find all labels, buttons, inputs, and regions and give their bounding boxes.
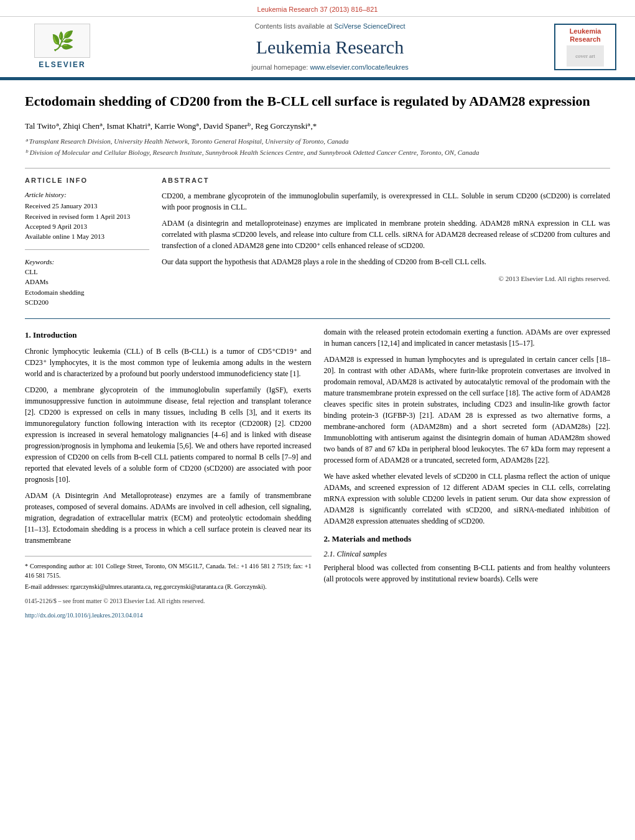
top-bar: Leukemia Research 37 (2013) 816–821: [0, 0, 635, 17]
history-received: Received 25 January 2013: [25, 201, 149, 211]
journal-logo-title: LeukemiaResearch: [570, 27, 601, 44]
author-list: Tal Twitoᵃ, Zhiqi Chenᵃ, Ismat Khatriᵃ, …: [25, 121, 317, 131]
elsevier-logo-box: 🌿: [34, 24, 90, 58]
body-right-para-1: domain with the released protein ectodom…: [324, 326, 611, 349]
homepage-link[interactable]: www.elsevier.com/locate/leukres: [310, 63, 408, 71]
homepage-line: journal homepage: www.elsevier.com/locat…: [112, 63, 548, 72]
body-section: 1. Introduction Chronic lymphocytic leuk…: [25, 326, 610, 621]
article-history: Article history: Received 25 January 201…: [25, 190, 149, 242]
history-label: Article history:: [25, 190, 149, 200]
journal-logo-image: cover art: [567, 45, 604, 67]
doi-line: http://dx.doi.org/10.1016/j.leukres.2013…: [25, 611, 312, 620]
abstract-para-3: Our data support the hypothesis that ADA…: [162, 256, 610, 267]
abstract-col: ABSTRACT CD200, a membrane glycoprotein …: [162, 176, 610, 308]
footnote-email-text: E-mail addresses: rgarczynski@ulmres.uta…: [25, 583, 267, 590]
article-title: Ectodomain shedding of CD200 from the B-…: [25, 93, 610, 111]
keywords-section: Keywords: CLL ADAMs Ectodomain shedding …: [25, 256, 149, 308]
elsevier-tree-icon: 🌿: [51, 32, 74, 50]
abstract-para-1: CD200, a membrane glycoprotein of the im…: [162, 190, 610, 213]
history-revised: Received in revised form 1 April 2013: [25, 212, 149, 221]
keyword-3: Ectodomain shedding: [25, 288, 149, 297]
article-info-heading: ARTICLE INFO: [25, 176, 149, 185]
journal-logo-box: LeukemiaResearch cover art: [554, 24, 616, 70]
abstract-para-2: ADAM (a disintegrin and metalloproteinas…: [162, 218, 610, 251]
body-right-col: domain with the released protein ectodom…: [324, 326, 611, 621]
body-right-para-6: Peripheral blood was collected from cons…: [324, 562, 611, 584]
sciverse-line: Contents lists available at SciVerse Sci…: [112, 22, 548, 31]
copyright-text: 0145-2126/$ – see front matter © 2013 El…: [25, 598, 205, 604]
keyword-1: CLL: [25, 267, 149, 277]
doi-link[interactable]: http://dx.doi.org/10.1016/j.leukres.2013…: [25, 612, 143, 619]
body-right-para-3: We have asked whether elevated levels of…: [324, 471, 611, 527]
history-online: Available online 1 May 2013: [25, 232, 149, 241]
footnote-email: E-mail addresses: rgarczynski@ulmres.uta…: [25, 582, 312, 591]
keywords-list: CLL ADAMs Ectodomain shedding SCD200: [25, 267, 149, 308]
body-right-para-2: ADAM28 is expressed in human lymphocytes…: [324, 354, 611, 466]
journal-citation: Leukemia Research 37 (2013) 816–821: [257, 6, 378, 13]
abstract-copyright: © 2013 Elsevier Ltd. All rights reserved…: [162, 274, 610, 284]
affiliation-1: ᵃ Transplant Research Division, Universi…: [25, 137, 610, 146]
elsevier-brand-text: ELSEVIER: [39, 60, 85, 70]
body-left-para-1: Chronic lymphocytic leukemia (CLL) of B …: [25, 346, 312, 379]
sciverse-link[interactable]: SciVerse ScienceDirect: [334, 22, 405, 30]
article-info-col: ARTICLE INFO Article history: Received 2…: [25, 176, 149, 308]
journal-logo-area: LeukemiaResearch cover art: [548, 24, 623, 70]
footnote-corresponding: * Corresponding author at: 101 College S…: [25, 561, 312, 580]
abstract-heading: ABSTRACT: [162, 176, 610, 185]
info-abstract-section: ARTICLE INFO Article history: Received 2…: [25, 176, 610, 308]
affiliation-2: ᵇ Division of Molecular and Cellular Bio…: [25, 148, 610, 157]
footnote-area: * Corresponding author at: 101 College S…: [25, 556, 312, 620]
keyword-4: SCD200: [25, 298, 149, 307]
elsevier-logo: 🌿 ELSEVIER: [34, 24, 90, 70]
abstract-text: CD200, a membrane glycoprotein of the im…: [162, 190, 610, 284]
body-left-col: 1. Introduction Chronic lymphocytic leuk…: [25, 326, 312, 621]
body-left-para-2: CD200, a membrane glycoprotein of the im…: [25, 384, 312, 485]
article-content: Ectodomain shedding of CD200 from the B-…: [0, 80, 635, 632]
body-separator: [25, 318, 610, 319]
authors: Tal Twitoᵃ, Zhiqi Chenᵃ, Ismat Khatriᵃ, …: [25, 121, 610, 132]
section-2-title: 2. Materials and methods: [324, 533, 611, 545]
page-wrapper: Leukemia Research 37 (2013) 816–821 🌿 EL…: [0, 0, 635, 840]
keywords-label: Keywords:: [25, 258, 54, 265]
journal-header: 🌿 ELSEVIER Contents lists available at S…: [0, 17, 635, 78]
divider-info: [25, 249, 149, 250]
subsection-2-1-title: 2.1. Clinical samples: [324, 548, 611, 560]
body-left-para-3: ADAM (A Disintegrin And Metalloprotease)…: [25, 490, 312, 546]
copyright-bottom: 0145-2126/$ – see front matter © 2013 El…: [25, 596, 312, 606]
divider-1: [25, 168, 610, 168]
elsevier-logo-area: 🌿 ELSEVIER: [12, 24, 112, 70]
journal-title: Leukemia Research: [112, 34, 548, 60]
section-1-title: 1. Introduction: [25, 329, 312, 341]
keyword-2: ADAMs: [25, 277, 149, 287]
affiliations: ᵃ Transplant Research Division, Universi…: [25, 137, 610, 158]
history-accepted: Accepted 9 April 2013: [25, 222, 149, 231]
journal-header-center: Contents lists available at SciVerse Sci…: [112, 22, 548, 72]
